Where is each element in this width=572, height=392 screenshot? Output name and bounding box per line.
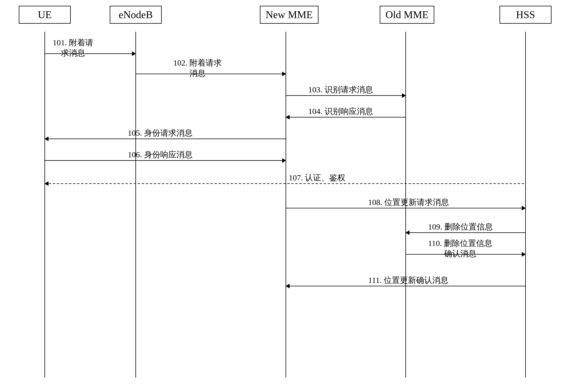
label-msg102: 102. 附着请求消息 [173,58,222,79]
label-msg107: 107. 认证、鉴权 [289,172,345,183]
label-msg106: 106. 身份响应消息 [128,149,193,160]
actor-old_mme: Old MME [380,6,434,24]
label-msg110: 110. 删除位置信息确认消息 [428,238,493,259]
actor-hss: HSS [500,6,551,24]
actor-enodeb: eNodeB [110,6,162,24]
actor-new_mme: New MME [260,6,318,24]
lifeline-hss [525,32,526,378]
message-msg104 [286,117,406,117]
message-msg105 [45,139,286,139]
label-msg105: 105. 身份请求消息 [128,128,193,139]
label-msg103: 103. 识别请求消息 [308,84,373,95]
lifeline-ue [44,32,45,378]
message-msg111 [286,286,526,286]
message-msg108 [286,208,526,208]
label-msg108: 108. 位置更新请求消息 [368,197,449,208]
message-msg109 [406,232,526,233]
lifeline-new_mme [286,32,286,378]
message-msg103 [286,95,406,96]
sequence-diagram: UEeNodeBNew MMEOld MMEHSS101. 附着请求消息102.… [0,0,572,392]
actor-ue: UE [19,6,71,24]
lifeline-enodeb [135,32,136,378]
message-msg106 [45,160,286,161]
label-msg104: 104. 识别响应消息 [308,106,373,117]
label-msg101: 101. 附着请求消息 [53,38,93,59]
label-msg109: 109. 删除位置信息 [428,221,493,232]
message-msg107 [45,183,526,184]
label-msg111: 111. 位置更新确认消息 [368,275,448,286]
